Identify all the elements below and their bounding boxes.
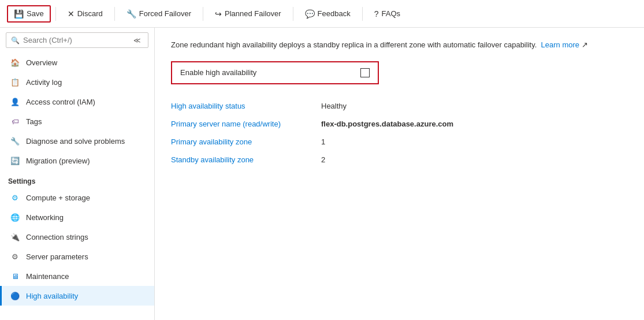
enable-ha-checkbox[interactable] [360,68,370,77]
connection-strings-icon: 🔌 [10,232,20,242]
sidebar-item-label: Access control (IAM) [26,98,95,106]
detail-label: Primary server name (read/write) [171,115,321,133]
feedback-icon: 💬 [305,9,315,18]
sidebar-item-label: Migration (preview) [26,157,90,165]
sidebar: 🔍 ≪ 🏠 Overview 📋 Activity log 👤 Access c… [0,28,155,320]
table-row: Primary availability zone 1 [171,133,518,151]
sidebar-item-server-parameters[interactable]: ⚙ Server parameters [0,247,154,266]
forced-failover-icon: 🔧 [126,9,136,18]
faqs-icon: ? [374,9,379,18]
table-row: Primary server name (read/write) flex-db… [171,115,518,133]
feedback-label: Feedback [318,9,351,18]
forced-failover-button[interactable]: 🔧 Forced Failover [120,5,198,23]
detail-table: High availability status Healthy Primary… [171,97,518,169]
separator-1 [55,7,56,21]
sidebar-item-label: High availability [26,292,78,300]
discard-button[interactable]: ✕ Discard [61,5,110,23]
sidebar-item-high-availability[interactable]: 🔵 High availability [0,286,154,306]
compute-icon: ⚙ [10,192,20,203]
sidebar-item-compute-storage[interactable]: ⚙ Compute + storage [0,188,154,207]
enable-ha-box: Enable high availability [171,61,379,84]
server-params-icon: ⚙ [10,251,20,262]
table-row: Standby availability zone 2 [171,151,518,169]
faqs-label: FAQs [381,9,400,18]
detail-value: Healthy [321,97,518,115]
diagnose-icon: 🔧 [10,136,20,146]
separator-5 [362,7,363,21]
sidebar-item-networking[interactable]: 🌐 Networking [0,207,154,227]
detail-value: 2 [321,151,518,169]
maintenance-icon: 🖥 [10,271,20,281]
sidebar-item-connection-strings[interactable]: 🔌 Connection strings [0,227,154,247]
sidebar-item-label: Tags [26,117,42,126]
tags-icon: 🏷 [10,116,20,126]
detail-value: 1 [321,133,518,151]
search-box[interactable]: 🔍 ≪ [6,32,148,48]
settings-section-label: Settings [0,170,154,188]
sidebar-item-label: Compute + storage [26,194,90,202]
search-input[interactable] [23,36,128,44]
sidebar-item-label: Diagnose and solve problems [26,137,125,146]
planned-failover-icon: ↪ [215,9,222,18]
planned-failover-button[interactable]: ↪ Planned Failover [208,5,288,23]
planned-failover-label: Planned Failover [225,9,281,18]
save-icon: 💾 [14,9,24,18]
search-icon: 🔍 [11,36,20,44]
discard-label: Discard [77,9,103,18]
iam-icon: 👤 [10,96,20,107]
sidebar-item-tags[interactable]: 🏷 Tags [0,111,154,131]
detail-label: Primary availability zone [171,133,321,151]
sidebar-item-label: Activity log [26,78,62,87]
sidebar-item-access-control[interactable]: 👤 Access control (IAM) [0,92,154,111]
enable-ha-label: Enable high availability [180,68,256,77]
detail-value: flex-db.postgres.database.azure.com [321,115,518,133]
learn-more-link[interactable]: Learn more [541,40,579,49]
overview-icon: 🏠 [10,57,20,68]
info-text: Zone redundant high availability deploys… [171,40,537,49]
sidebar-item-label: Maintenance [26,272,69,281]
sidebar-item-label: Server parameters [26,252,88,261]
detail-label: Standby availability zone [171,151,321,169]
high-availability-icon: 🔵 [10,291,20,301]
separator-4 [293,7,293,21]
info-bar: Zone redundant high availability deploys… [171,39,628,51]
save-label: Save [27,9,44,18]
sidebar-item-label: Connection strings [26,233,88,241]
content-area: Zone redundant high availability deploys… [155,28,644,320]
sidebar-item-label: Networking [26,213,64,222]
sidebar-item-overview[interactable]: 🏠 Overview [0,53,154,72]
table-row: High availability status Healthy [171,97,518,115]
detail-label: High availability status [171,97,321,115]
sidebar-item-activity-log[interactable]: 📋 Activity log [0,72,154,92]
main-container: 🔍 ≪ 🏠 Overview 📋 Activity log 👤 Access c… [0,28,644,320]
separator-2 [114,7,115,21]
sidebar-item-maintenance[interactable]: 🖥 Maintenance [0,266,154,286]
activity-log-icon: 📋 [10,77,20,87]
sidebar-item-migration[interactable]: 🔄 Migration (preview) [0,151,154,170]
networking-icon: 🌐 [10,212,20,222]
feedback-button[interactable]: 💬 Feedback [298,5,358,23]
save-button[interactable]: 💾 Save [7,5,51,23]
collapse-button[interactable]: ≪ [131,36,143,44]
forced-failover-label: Forced Failover [139,9,191,18]
toolbar: 💾 Save ✕ Discard 🔧 Forced Failover ↪ Pla… [0,0,644,28]
sidebar-item-diagnose[interactable]: 🔧 Diagnose and solve problems [0,131,154,151]
migration-icon: 🔄 [10,155,20,166]
faqs-button[interactable]: ? FAQs [367,5,407,23]
discard-icon: ✕ [68,9,75,18]
separator-3 [203,7,203,21]
sidebar-item-label: Overview [26,58,57,67]
